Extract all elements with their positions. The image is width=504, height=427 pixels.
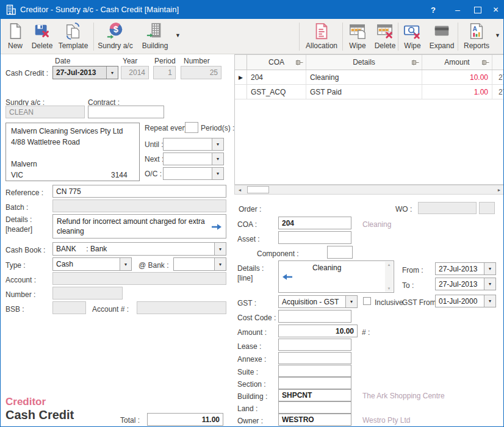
periods-label: Period(s) : — [201, 124, 234, 132]
maximize-button[interactable] — [469, 1, 486, 19]
new-button[interactable]: New — [3, 21, 27, 52]
minimize-button[interactable]: – — [448, 1, 467, 19]
pin-icon[interactable] — [296, 60, 303, 65]
lease-field[interactable] — [278, 339, 351, 351]
details-header-sublabel: [header] — [5, 225, 32, 234]
wipe-money-icon — [403, 22, 422, 40]
building-dropdown-icon[interactable]: ▼ — [175, 32, 181, 38]
building-button[interactable]: Building — [137, 21, 173, 52]
coa-field[interactable]: 204 — [278, 217, 351, 229]
cell-extra: 27 — [492, 70, 504, 84]
from-date-combobox[interactable]: 27-Jul-2013 ▾ — [435, 262, 496, 275]
title-bar[interactable]: Creditor - Sundry a/c - Cash Credit [Mai… — [1, 1, 503, 19]
details-line-field[interactable]: Cleaning ▲ ▼ — [278, 260, 394, 293]
next-combobox[interactable]: ▾ — [163, 152, 224, 165]
grid-horizontal-scrollbar[interactable]: ◄ ► — [234, 185, 504, 195]
cash-credit-label: Cash Credit : — [5, 69, 48, 77]
reports-button[interactable]: A Reports — [461, 21, 492, 52]
expand-button[interactable]: Expand — [427, 21, 457, 52]
scrollbar-thumb[interactable] — [247, 186, 269, 193]
section-label: Section : — [237, 380, 266, 389]
asset-field[interactable] — [278, 231, 351, 244]
chevron-down-icon: ▾ — [120, 258, 131, 270]
delete-record-button[interactable]: Delete — [29, 21, 56, 52]
scroll-right-button[interactable]: ► — [494, 185, 504, 194]
reference-label: Reference : — [5, 188, 43, 197]
coa-label: COA : — [237, 220, 257, 229]
allocation-icon — [312, 22, 331, 40]
next-label: Next : — [145, 155, 164, 163]
chevron-down-icon: ▾ — [212, 138, 223, 150]
suite-label: Suite : — [237, 368, 258, 376]
delete-line-button[interactable]: Delete — [372, 21, 398, 52]
help-button[interactable]: ? — [424, 1, 442, 19]
bsb-label: BSB : — [5, 305, 24, 314]
pin-icon[interactable] — [412, 60, 419, 65]
scroll-left-button[interactable]: ◄ — [235, 185, 245, 194]
until-combobox[interactable]: ▾ — [163, 138, 224, 151]
toolbar-separator — [458, 23, 458, 51]
to-date-combobox[interactable]: 27-Jul-2013 ▾ — [435, 278, 496, 290]
wipe-payment-button[interactable]: Wipe — [400, 21, 425, 52]
gst-label: GST : — [237, 299, 256, 307]
batch-field — [52, 199, 226, 212]
chevron-down-icon: ▾ — [484, 263, 495, 274]
gst-from-combobox[interactable]: 01-Jul-2000 ▾ — [435, 295, 496, 307]
maximize-icon — [474, 7, 481, 13]
cash-book-combobox[interactable]: BANK : Bank ▾ — [52, 242, 226, 256]
annexe-field[interactable] — [278, 352, 351, 364]
line-amount-field[interactable]: 10.00 — [278, 325, 358, 337]
type-combobox[interactable]: Cash ▾ — [52, 257, 132, 271]
contract-field[interactable] — [88, 106, 164, 118]
window-title: Creditor - Sundry a/c - Cash Credit [Mai… — [20, 1, 179, 19]
oc-combobox[interactable]: ▾ — [163, 167, 224, 180]
account-label: Account : — [5, 276, 36, 284]
line-amount-label: Amount : — [237, 328, 267, 337]
table-row[interactable]: ▶ 204 Cleaning 10.00 27 — [235, 70, 504, 85]
reference-field[interactable]: CN 775 — [52, 185, 226, 198]
table-row[interactable]: GST_ACQ GST Paid 1.00 27 — [235, 85, 504, 99]
reports-dropdown-icon[interactable]: ▼ — [495, 32, 500, 38]
toolbar-separator — [299, 23, 300, 51]
component-field[interactable] — [327, 246, 353, 259]
allocation-button[interactable]: Allocation — [301, 21, 342, 52]
account-field — [52, 272, 226, 285]
building-field[interactable]: SHPCNT — [278, 389, 351, 401]
building-app-icon — [5, 4, 16, 15]
toolbar-separator — [342, 23, 343, 51]
section-field[interactable] — [278, 377, 351, 389]
at-bank-combobox[interactable]: ▾ — [173, 257, 226, 271]
gst-combobox[interactable]: Acquisition - GST ▾ — [278, 295, 358, 308]
year-field: 2014 — [121, 66, 149, 79]
grid-header-amount[interactable]: Amount — [422, 55, 492, 70]
doc-type-title: Cash Credit — [5, 408, 74, 422]
inclusive-checkbox[interactable] — [363, 297, 371, 305]
delete-table-icon — [376, 22, 394, 40]
details-line-scrollbar[interactable]: ▲ ▼ — [385, 262, 393, 292]
owner-field[interactable]: WESTRO — [278, 414, 351, 426]
wipe-line-button[interactable]: Wipe — [345, 21, 370, 52]
expand-icon — [433, 22, 451, 40]
chevron-down-icon: ▾ — [214, 243, 226, 255]
land-field[interactable] — [278, 401, 351, 414]
template-button[interactable]: Template — [57, 21, 90, 52]
grid-header-coa[interactable]: COA — [247, 55, 306, 70]
wipe-table-icon — [348, 22, 367, 40]
close-button[interactable]: ✕ — [488, 1, 504, 19]
date-combobox[interactable]: 27-Jul-2013 ▾ — [52, 66, 118, 79]
land-label: Land : — [237, 404, 257, 413]
pin-icon[interactable] — [482, 60, 489, 65]
app-window: Creditor - Sundry a/c - Cash Credit [Mai… — [0, 0, 504, 427]
grid-corner-cell — [235, 55, 247, 70]
repeat-every-field[interactable] — [185, 122, 198, 133]
sundry-ac-button[interactable]: $ Sundry a/c — [96, 21, 135, 52]
grid-header-details[interactable]: Details — [306, 55, 422, 70]
cost-code-field[interactable] — [278, 310, 351, 323]
details-header-field[interactable]: Refund for incorrect amount charged for … — [52, 214, 226, 239]
date-column-label: Date — [55, 57, 70, 65]
sundry-ac-field: CLEAN — [5, 106, 85, 118]
chevron-down-icon: ▾ — [345, 296, 357, 307]
building-label: Building : — [237, 392, 267, 401]
suite-field[interactable] — [278, 365, 351, 377]
cell-extra: 27 — [492, 85, 504, 99]
